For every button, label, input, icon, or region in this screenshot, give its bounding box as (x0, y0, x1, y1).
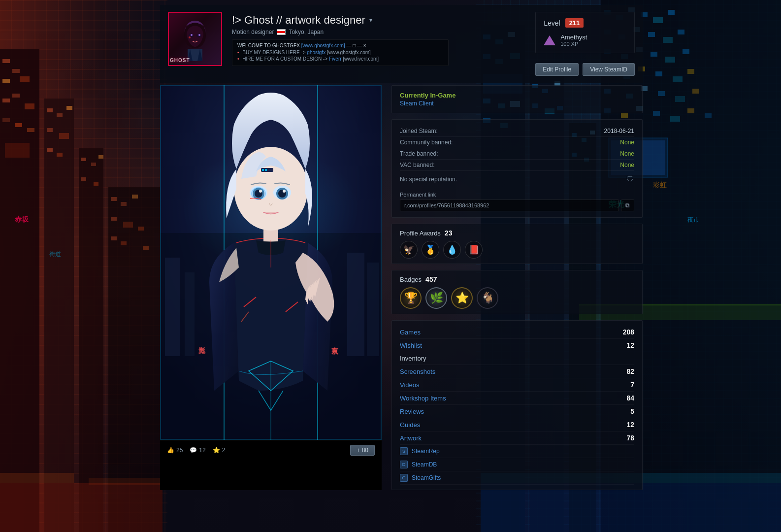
stat-games-count: 208 (623, 328, 634, 336)
svg-rect-31 (123, 222, 133, 228)
stat-workshop-items[interactable]: Workshop Items 84 (400, 392, 634, 405)
edit-profile-button[interactable]: Edit Profile (535, 63, 579, 76)
stat-wishlist-label: Wishlist (400, 342, 626, 349)
stat-guides-count: 12 (626, 421, 634, 429)
svg-rect-5 (2, 99, 10, 102)
badge-item-2[interactable]: 🌿 (425, 287, 447, 309)
copy-link-button[interactable]: ⧉ (621, 200, 634, 211)
level-value: 211 (565, 18, 584, 28)
svg-rect-84 (665, 57, 675, 63)
stat-reviews-count: 5 (630, 407, 634, 415)
svg-rect-104 (705, 113, 712, 118)
stat-artwork[interactable]: Artwork 78 (400, 432, 634, 445)
comment-icon: 💬 (190, 447, 197, 454)
stat-games-label: Games (400, 329, 623, 336)
permanent-link-box: Permanent link ⧉ (400, 192, 634, 211)
svg-rect-34 (121, 241, 127, 245)
badge-item-4[interactable]: 🐐 (477, 287, 498, 309)
svg-rect-39 (0, 473, 74, 483)
award-item-4[interactable]: 📕 (465, 241, 483, 259)
stats-section: Games 208 Wishlist 12 Inventory Screensh… (391, 320, 643, 490)
steamdb-link[interactable]: D SteamDB (400, 458, 634, 471)
stat-videos[interactable]: Videos 7 (400, 378, 634, 392)
more-artwork-button[interactable]: + 80 (350, 445, 375, 456)
vac-ban-label: VAC banned: (400, 162, 435, 168)
stat-inventory-label: Inventory (400, 355, 634, 362)
svg-rect-101 (653, 111, 660, 116)
ingame-game[interactable]: Steam Client (400, 100, 634, 107)
ingame-status: Currently In-Game (400, 92, 634, 99)
badges-header: Badges 457 (400, 275, 634, 283)
content-area: 東京夜 鬼影 👍 25 💬 12 (160, 85, 643, 490)
avatar-image: GHOST (169, 13, 221, 65)
summary-line2: • HIRE ME FOR A CUSTOM DESIGN -> Fiverr … (237, 56, 443, 62)
svg-rect-25 (94, 182, 98, 186)
stat-guides-label: Guides (400, 421, 626, 429)
stat-workshop-count: 84 (626, 394, 634, 402)
stat-wishlist-count: 12 (626, 341, 634, 349)
svg-rect-1 (2, 59, 10, 63)
stat-games[interactable]: Games 208 (400, 326, 634, 339)
summary-title: WELCOME TO GHOSTGFX [www.ghostgfx.com] —… (237, 43, 443, 48)
svg-rect-15 (66, 106, 72, 110)
badge-item-3[interactable]: ⭐ (451, 287, 473, 309)
badge-item-1[interactable]: 🏆 (400, 287, 422, 309)
summary-url[interactable]: [www.ghostgfx.com] (301, 43, 345, 48)
stat-reviews-label: Reviews (400, 408, 630, 415)
perm-link-row: ⧉ (400, 200, 634, 211)
community-ban-label: Community banned: (400, 139, 453, 146)
badges-label: Badges (400, 276, 422, 283)
profile-summary: WELCOME TO GHOSTGFX [www.ghostgfx.com] —… (232, 39, 449, 66)
badges-row: 🏆 🌿 ⭐ 🐐 (400, 287, 634, 309)
svg-text:彩虹: 彩虹 (653, 181, 667, 189)
svg-rect-91 (687, 69, 694, 74)
award-item-1[interactable]: 🦅 (400, 241, 418, 259)
svg-rect-89 (655, 71, 662, 76)
stat-screenshots[interactable]: Screenshots 82 (400, 365, 634, 378)
steamgifts-link[interactable]: G SteamGifts (400, 471, 634, 485)
svg-rect-83 (651, 52, 657, 57)
reputation-row: No special reputation. 🛡 (400, 171, 634, 188)
badges-count: 457 (425, 275, 437, 283)
view-steamid-button[interactable]: View SteamID (583, 63, 635, 76)
steamgifts-icon: G (400, 474, 408, 482)
artwork-panel: 東京夜 鬼影 👍 25 💬 12 (160, 85, 382, 490)
stat-inventory[interactable]: Inventory (400, 352, 634, 365)
perm-link-input[interactable] (400, 200, 619, 211)
svg-rect-22 (91, 163, 96, 166)
awards-header: Profile Awards 23 (400, 229, 634, 237)
summary-link2[interactable]: Fiverr (329, 56, 342, 62)
svg-text:街道: 街道 (49, 251, 61, 258)
level-xp-panel: Level 211 Amethyst 100 XP Edit Profile V… (535, 12, 635, 76)
stat-wishlist[interactable]: Wishlist 12 (400, 339, 634, 352)
steamdb-icon: D (400, 461, 408, 468)
stat-guides[interactable]: Guides 12 (400, 418, 634, 432)
right-panel: Currently In-Game Steam Client Joined St… (382, 85, 643, 490)
award-item-3[interactable]: 💧 (443, 241, 461, 259)
svg-rect-124 (185, 272, 195, 356)
svg-rect-123 (165, 258, 180, 356)
svg-rect-17 (59, 133, 69, 139)
community-ban-row: Community banned: None (400, 137, 634, 148)
svg-point-142 (283, 190, 286, 193)
xp-name: Amethyst (560, 33, 587, 41)
trade-ban-row: Trade banned: None (400, 148, 634, 160)
svg-rect-14 (57, 113, 63, 117)
action-buttons: Edit Profile View SteamID (535, 63, 635, 76)
award-item-2[interactable]: 🥇 (422, 241, 439, 259)
community-ban-value: None (620, 139, 634, 146)
svg-rect-96 (675, 96, 685, 102)
name-dropdown-arrow[interactable]: ▾ (369, 17, 372, 24)
svg-rect-72 (653, 17, 663, 23)
steamrep-link[interactable]: S SteamRep (400, 445, 634, 458)
trade-ban-label: Trade banned: (400, 150, 438, 157)
perm-link-label: Permanent link (400, 192, 634, 198)
svg-rect-16 (47, 128, 53, 132)
svg-rect-3 (2, 79, 10, 83)
svg-rect-8 (2, 118, 10, 122)
artwork-footer: 👍 25 💬 12 ⭐ 2 + 80 (160, 440, 382, 460)
summary-link1[interactable]: ghostgfx (307, 50, 325, 55)
profile-name: !> Ghost // artwork designer ▾ (232, 14, 525, 27)
svg-point-117 (191, 34, 193, 36)
stat-reviews[interactable]: Reviews 5 (400, 405, 634, 418)
